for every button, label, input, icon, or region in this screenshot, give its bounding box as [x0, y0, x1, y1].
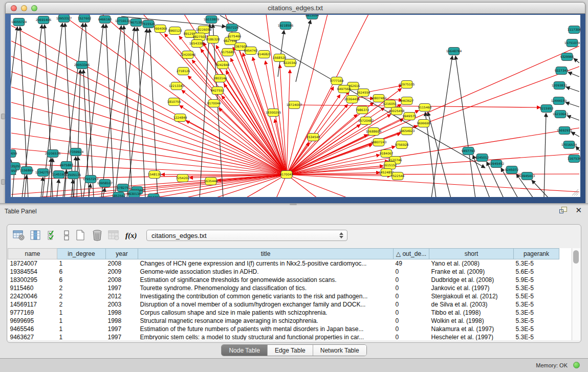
graph-node-teal-9329966[interactable]: 9329966 — [560, 53, 574, 61]
table-cell[interactable]: Corpus callosum shape and size in male p… — [138, 309, 394, 317]
graph-node-yellow-8960123[interactable]: 8960123 — [168, 27, 182, 35]
table-cell[interactable]: 2008 — [106, 276, 138, 284]
graph-node-teal-6466160[interactable]: 6466160 — [98, 16, 112, 24]
table-cell[interactable]: 1997 — [106, 333, 138, 340]
table-cell[interactable]: Estimation of significance thresholds fo… — [138, 276, 394, 284]
table-cell[interactable]: 2009 — [106, 268, 138, 276]
network-window-titlebar[interactable]: citations_edges.txt — [5, 2, 585, 14]
graph-node-teal-17016534[interactable]: 17016534 — [561, 141, 577, 149]
graph-node-teal-16033809[interactable]: 16033809 — [204, 16, 220, 24]
graph-node-teal-12505135[interactable]: 12505135 — [66, 171, 81, 179]
function-builder-icon[interactable]: f(x) — [125, 231, 137, 240]
close-panel-icon[interactable]: ✕ — [575, 207, 582, 214]
graph-node-yellow-9175685[interactable]: 9175685 — [221, 49, 235, 56]
graph-node-yellow-2718126[interactable]: 2718126 — [177, 68, 190, 75]
new-table-icon[interactable] — [73, 229, 88, 242]
graph-node-yellow-18226058[interactable]: 18226058 — [196, 26, 212, 34]
table-cell[interactable]: 5.3E-5 — [514, 333, 559, 340]
table-cell[interactable]: 9777169 — [8, 309, 57, 317]
graph-node-yellow-7522544[interactable]: 7522544 — [391, 172, 405, 180]
graph-node-yellow-10807487[interactable]: 10807487 — [371, 95, 387, 102]
column-header-title[interactable]: title — [138, 249, 394, 259]
graph-node-yellow-1224849[interactable]: 1224849 — [173, 114, 187, 122]
table-cell[interactable]: 0 — [394, 317, 429, 325]
float-panel-icon[interactable] — [559, 207, 567, 214]
table-cell[interactable]: 2012 — [106, 292, 138, 300]
graph-node-teal-9975887[interactable]: 9975887 — [60, 162, 74, 169]
graph-node-yellow-12213343[interactable]: 12213343 — [169, 82, 185, 90]
table-cell[interactable]: 0 — [394, 300, 429, 309]
table-cell[interactable]: 5.6E-5 — [514, 268, 559, 276]
table-cell[interactable]: 5.3E-5 — [514, 309, 559, 317]
graph-node-teal-16782759[interactable]: 16782759 — [115, 184, 131, 192]
table-row[interactable]: 946554611997Estimation of the future num… — [8, 325, 559, 333]
graph-node-yellow-8454743[interactable]: 8454743 — [244, 47, 258, 55]
network-canvas[interactable]: 1405572420691406109533271527602646616010… — [11, 15, 580, 197]
graph-node-teal-1167534[interactable]: 1167534 — [568, 155, 580, 163]
close-window-button[interactable] — [11, 5, 17, 11]
graph-node-teal-9857793[interactable]: 9857793 — [147, 194, 161, 198]
column-header-out_de[interactable]: △ out_de... — [394, 249, 429, 259]
table-row[interactable]: 946362711997Embryonic stem cells: a mode… — [8, 333, 559, 340]
graph-node-yellow-6497568[interactable]: 6497568 — [337, 85, 351, 93]
table-cell[interactable]: 0 — [394, 333, 429, 340]
table-cell[interactable]: 2 — [57, 292, 106, 300]
table-select-dropdown[interactable]: citations_edges.txt — [146, 230, 347, 241]
table-cell[interactable]: 1997 — [106, 284, 138, 292]
graph-node-yellow-7254202[interactable]: 7254202 — [176, 174, 190, 182]
graph-node-yellow-8220342[interactable]: 8220342 — [284, 59, 297, 67]
graph-node-teal-10953327[interactable]: 10953327 — [56, 15, 72, 23]
table-cell[interactable]: Yano et al. (2008) — [429, 259, 514, 268]
graph-node-teal-9245072[interactable]: 9245072 — [505, 166, 519, 174]
table-cell[interactable]: Tourette syndrome. Phenomenology and cla… — [138, 284, 394, 292]
graph-node-teal-2620659[interactable]: 2620659 — [11, 150, 17, 158]
table-cell[interactable]: 2008 — [106, 259, 138, 268]
table-cell[interactable]: de Silva et al. (2003) — [429, 300, 514, 309]
table-vertical-scrollbar[interactable] — [572, 248, 580, 340]
table-cell[interactable]: 18300295 — [8, 276, 57, 284]
table-cell[interactable]: 19384554 — [8, 268, 57, 276]
table-cell[interactable]: Estimation of the future numbers of pati… — [138, 325, 394, 333]
graph-node-yellow-1534545[interactable]: 1534545 — [307, 134, 320, 141]
graph-node-yellow-20364416[interactable]: 20364416 — [344, 96, 360, 103]
graph-node-teal-17957253[interactable]: 17957253 — [83, 176, 99, 183]
canvas-resize-grip[interactable] — [572, 189, 578, 195]
table-cell[interactable]: 5.3E-5 — [514, 300, 559, 309]
table-cell[interactable]: 0 — [394, 268, 429, 276]
show-column-icon[interactable] — [28, 229, 43, 242]
zoom-window-button[interactable] — [31, 5, 37, 11]
graph-node-yellow-18724007[interactable]: 18724007 — [287, 101, 302, 109]
graph-node-teal-1156869[interactable]: 1156869 — [20, 167, 34, 174]
table-cell[interactable]: Nakamura et al. (1997) — [429, 325, 514, 333]
graph-node-teal-12342757[interactable]: 12342757 — [35, 169, 51, 177]
table-cell[interactable]: 9465546 — [8, 325, 57, 333]
table-cell[interactable]: Franke et al. (2009) — [429, 268, 514, 276]
network-graph[interactable]: 1405572420691406109533271527602646616010… — [11, 15, 580, 197]
graph-node-teal-7857224[interactable]: 7857224 — [225, 24, 239, 32]
graph-node-yellow-9275466[interactable]: 9275466 — [228, 33, 242, 40]
table-row[interactable]: 911546021997Tourette syndrome. Phenomeno… — [8, 284, 559, 292]
table-row[interactable]: 1830029562008Estimation of significance … — [8, 276, 559, 284]
graph-node-teal-12444159[interactable]: 12444159 — [551, 97, 567, 105]
graph-node-yellow-8427552[interactable]: 8427552 — [211, 87, 225, 95]
column-header-pagerank[interactable]: pagerank — [514, 249, 559, 259]
table-row[interactable]: 1456911722003Disruption of a novel membe… — [8, 300, 559, 309]
graph-node-yellow-12975105[interactable]: 12975105 — [399, 81, 415, 89]
graph-node-yellow-6216051[interactable]: 6216051 — [383, 100, 397, 108]
graph-node-teal-1117304[interactable]: 1117304 — [568, 26, 580, 34]
graph-node-yellow-1548136[interactable]: 1548136 — [148, 171, 162, 179]
minimize-window-button[interactable] — [21, 5, 27, 11]
column-header-in_degree[interactable]: in_degree — [57, 249, 106, 259]
graph-node-teal-1853562[interactable]: 1853562 — [112, 192, 126, 198]
tab-edge-table[interactable]: Edge Table — [267, 345, 313, 356]
graph-node-teal-8215953[interactable]: 8215953 — [540, 105, 554, 113]
table-cell[interactable]: Changes of HCN gene expression and I(f) … — [138, 259, 394, 268]
table-cell[interactable]: 5.3E-5 — [514, 259, 559, 268]
graph-node-yellow-9699695[interactable]: 9699695 — [417, 120, 431, 127]
graph-node-teal-17359924[interactable]: 17359924 — [68, 148, 84, 156]
graph-node-teal-15751074[interactable]: 15751074 — [564, 39, 580, 47]
graph-node-teal-8813054[interactable]: 8813054 — [306, 15, 319, 19]
graph-node-teal-14055724[interactable]: 14055724 — [11, 18, 27, 26]
graph-node-yellow-9756928[interactable]: 9756928 — [395, 141, 409, 149]
graph-node-yellow-1810755[interactable]: 1810755 — [167, 98, 181, 106]
